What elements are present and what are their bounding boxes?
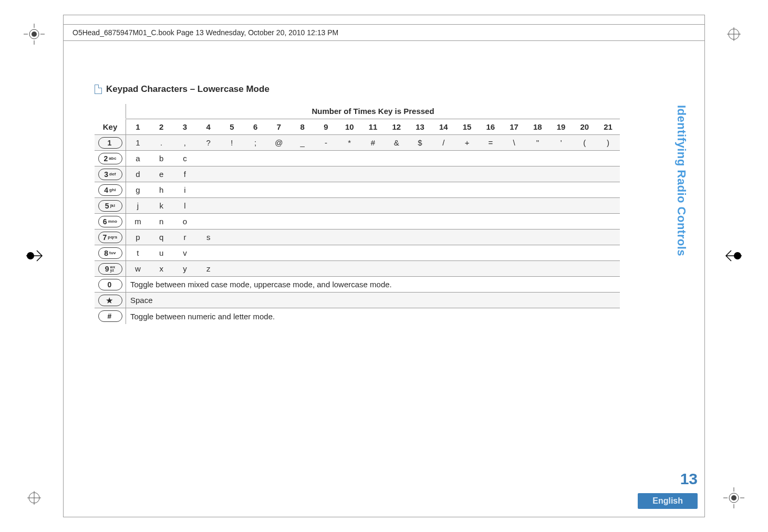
footer-language: English <box>638 493 698 509</box>
cell: o <box>173 217 197 226</box>
cell: n <box>150 217 173 226</box>
cell: l <box>173 201 197 210</box>
cell: v <box>173 248 197 257</box>
cell: / <box>432 138 455 147</box>
key-lozenge-k4: 4ghi <box>98 184 122 196</box>
col-header: 1 <box>126 122 150 131</box>
table-row: 7pqrs pqrs <box>95 230 620 245</box>
cell: + <box>455 138 479 147</box>
cell: w <box>126 264 150 273</box>
crop-mark-bottom-right <box>721 485 747 511</box>
section-title: Keypad Characters – Lowercase Mode <box>106 84 269 95</box>
table-super-header: Number of Times Key is Pressed <box>126 104 620 119</box>
svg-point-1 <box>32 32 37 37</box>
crop-mark-bottom-left <box>21 485 47 511</box>
cell: ? <box>196 138 220 147</box>
key-lozenge-k9: 9wxyz <box>98 263 122 275</box>
key-lozenge-k6: 6mno <box>98 216 122 227</box>
keypad-table: Number of Times Key is Pressed Key 1 2 3… <box>95 104 620 324</box>
cell: # <box>361 138 385 147</box>
page-number-badge: 13 <box>665 470 698 488</box>
table-row: 9wxyz wxyz <box>95 261 620 277</box>
table-row: 0 Toggle between mixed case mode, upperc… <box>95 277 620 293</box>
col-header: 15 <box>455 122 479 131</box>
cell: = <box>479 138 502 147</box>
cell: ! <box>220 138 244 147</box>
table-row: # Toggle between numeric and letter mode… <box>95 308 620 324</box>
cell: & <box>385 138 408 147</box>
table-row: 8tuv tuv <box>95 245 620 261</box>
cell: ' <box>549 138 573 147</box>
cell: b <box>150 154 173 163</box>
col-header: 19 <box>549 122 573 131</box>
cell: . <box>150 138 173 147</box>
span-text: Toggle between numeric and letter mode. <box>126 312 620 321</box>
key-cell: 7pqrs <box>95 230 126 245</box>
table-row: 3def def <box>95 166 620 182</box>
crop-mark-top-left <box>21 21 47 47</box>
col-header: 12 <box>385 122 408 131</box>
key-lozenge-kstar: ★ <box>98 295 122 306</box>
key-lozenge-k3: 3def <box>98 169 122 180</box>
col-header: 4 <box>196 122 220 131</box>
cell: z <box>196 264 220 273</box>
svg-point-7 <box>734 252 741 259</box>
cell: " <box>526 138 549 147</box>
col-header: 16 <box>479 122 502 131</box>
cell: f <box>173 170 197 179</box>
cell: ; <box>244 138 267 147</box>
crop-mark-right <box>721 243 747 269</box>
key-cell: 0 <box>95 277 126 292</box>
table-row: 2abc abc <box>95 151 620 166</box>
col-header: 7 <box>267 122 291 131</box>
cell: @ <box>267 138 291 147</box>
col-header: 18 <box>526 122 549 131</box>
key-lozenge-k8: 8tuv <box>98 247 122 259</box>
key-cell: 9wxyz <box>95 261 126 276</box>
cell: q <box>150 233 173 242</box>
page-number: 13 <box>680 470 698 487</box>
col-header: 3 <box>173 122 197 131</box>
col-header: 8 <box>290 122 314 131</box>
cell: ( <box>573 138 596 147</box>
key-cell: 5jkl <box>95 198 126 213</box>
cell: ) <box>596 138 620 147</box>
main-content: Keypad Characters – Lowercase Mode Numbe… <box>95 84 631 324</box>
col-header: 10 <box>338 122 361 131</box>
sidebar-title: Identifying Radio Controls <box>674 105 688 256</box>
table-row: 4ghi ghi <box>95 182 620 198</box>
table-row: ★ Space <box>95 293 620 308</box>
table-header-row: Key 1 2 3 4 5 6 7 8 9 10 11 12 13 14 15 … <box>95 119 620 135</box>
cell: - <box>314 138 338 147</box>
cell: a <box>126 154 150 163</box>
svg-point-6 <box>27 252 34 259</box>
cell: k <box>150 201 173 210</box>
col-header: 5 <box>220 122 244 131</box>
key-cell: 1 <box>95 135 126 150</box>
key-cell: 6mno <box>95 214 126 229</box>
col-header: 21 <box>596 122 620 131</box>
span-text: Toggle between mixed case mode, uppercas… <box>126 280 620 289</box>
col-header: 13 <box>408 122 432 131</box>
key-cell: 8tuv <box>95 245 126 260</box>
key-cell: ★ <box>95 293 126 308</box>
key-cell: 2abc <box>95 151 126 166</box>
cell: j <box>126 201 150 210</box>
cell: s <box>196 233 220 242</box>
col-header: 17 <box>502 122 526 131</box>
cell: m <box>126 217 150 226</box>
cell: t <box>126 248 150 257</box>
cell: 1 <box>126 138 150 147</box>
key-cell: 4ghi <box>95 182 126 197</box>
col-header: 2 <box>150 122 173 131</box>
cell: r <box>173 233 197 242</box>
span-text: Space <box>126 296 620 305</box>
key-lozenge-k7: 7pqrs <box>98 232 122 243</box>
sidebar: Identifying Radio Controls <box>673 105 689 256</box>
key-cell: # <box>95 308 126 324</box>
table-row: 5jkl jkl <box>95 198 620 214</box>
col-header: 20 <box>573 122 596 131</box>
cell: , <box>173 138 197 147</box>
key-cell: 3def <box>95 166 126 182</box>
cell: d <box>126 170 150 179</box>
